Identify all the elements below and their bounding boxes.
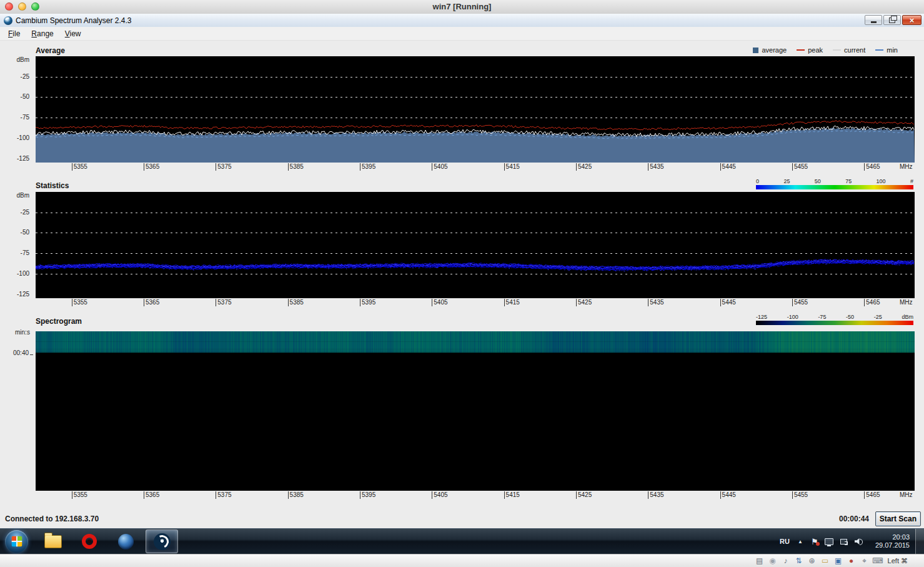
x-tick-label: 5405 [432, 491, 447, 499]
colorbar-label: 0 [756, 178, 759, 185]
spectrogram-x-axis: 5355536553755385539554055415542554355445… [36, 491, 915, 501]
vbox-folder-icon[interactable] [820, 556, 830, 566]
statistics-section-title: Statistics [36, 181, 69, 190]
colorbar-label: -100 [787, 314, 798, 321]
legend-min: min [875, 46, 898, 54]
elapsed-time: 00:00:44 [839, 514, 869, 523]
spectrogram-time-unit-label: min:s [15, 329, 30, 336]
x-tick-label: 5465 [864, 491, 880, 499]
cambium-app-icon [4, 16, 12, 25]
taskbar-blue-globe-button[interactable] [109, 529, 142, 553]
blue-globe-icon [118, 534, 134, 549]
vbox-kbd-icon[interactable] [873, 556, 883, 566]
clock-date: 29.07.2015 [870, 541, 910, 549]
vbox-mouse-icon[interactable] [860, 556, 870, 566]
x-tick-label: 5355 [72, 299, 87, 306]
vbox-display-icon[interactable] [833, 556, 843, 566]
minimize-button[interactable] [865, 15, 882, 25]
taskbar-explorer-button[interactable] [37, 529, 69, 553]
colorbar-label: dBm [902, 314, 913, 321]
menu-bar: FileRangeView [0, 27, 924, 41]
vbox-cd-icon[interactable] [768, 556, 778, 566]
close-button[interactable]: × [902, 15, 922, 25]
colorbar-label: 75 [845, 178, 852, 185]
tray-display-icon[interactable] [824, 536, 834, 546]
tray-volume-icon[interactable] [853, 536, 863, 546]
statistics-y-axis: dBm-25-50-75-100-125 [0, 192, 33, 298]
y-tick-label: -75 [2, 114, 29, 121]
tray-expand-icon[interactable] [795, 536, 805, 546]
vbox-hdd-icon[interactable] [755, 556, 765, 566]
menu-file[interactable]: File [2, 28, 26, 40]
explorer-icon [44, 535, 62, 548]
taskbar-buttons [0, 529, 182, 554]
x-tick-label: 5355 [72, 491, 87, 499]
taskbar-cambium-button[interactable] [146, 529, 178, 553]
x-tick-label: 5415 [504, 491, 520, 499]
tray-flag-icon[interactable] [810, 536, 820, 546]
spectrogram-colorbar-gradient [756, 321, 913, 325]
connection-status: Connected to 192.168.3.70 [5, 514, 99, 523]
y-axis-unit-label: dBm [2, 192, 29, 199]
x-tick-label: 5445 [720, 299, 736, 306]
x-tick-label: 5395 [360, 491, 375, 499]
average-section-title: Average [36, 46, 65, 55]
restore-icon [889, 18, 895, 23]
x-tick-label: 5365 [144, 491, 159, 499]
y-tick-label: -125 [2, 155, 29, 163]
restore-button[interactable] [883, 15, 901, 25]
spectrogram-section-title: Spectrogram [36, 317, 82, 326]
x-tick-label: 5425 [576, 163, 592, 171]
x-tick-label: 5455 [792, 163, 808, 171]
colorbar-label: 25 [783, 178, 790, 185]
spectrogram-colorbar: -125-100-75-50-25dBm [756, 314, 913, 325]
x-axis-unit-label: MHz [900, 163, 913, 171]
x-axis-unit-label: MHz [900, 491, 913, 499]
virtualbox-status-bar: Left ⌘ [0, 554, 924, 567]
y-tick-label: -50 [2, 229, 29, 236]
statistics-plot-canvas [36, 192, 915, 298]
vbox-status-icons [755, 556, 883, 566]
macos-titlebar[interactable]: win7 [Running] [0, 0, 924, 14]
y-tick-label: -125 [2, 291, 29, 298]
vbox-audio-icon[interactable] [781, 556, 791, 566]
x-tick-label: 5445 [720, 163, 736, 171]
x-axis-unit-label: MHz [900, 299, 913, 306]
menu-view[interactable]: View [59, 28, 87, 40]
x-tick-label: 5395 [360, 163, 375, 171]
x-tick-label: 5445 [720, 491, 736, 499]
x-tick-label: 5435 [648, 491, 663, 499]
x-tick-label: 5375 [216, 163, 231, 171]
vbox-usb-icon[interactable] [807, 556, 817, 566]
taskbar-clock[interactable]: 20:03 29.07.2015 [870, 533, 910, 549]
x-tick-label: 5435 [648, 299, 663, 306]
cambium-icon [154, 533, 171, 550]
y-axis-unit-label: dBm [2, 56, 29, 64]
colorbar-label: -25 [874, 314, 882, 321]
opera-icon [82, 534, 97, 549]
x-tick-label: 5385 [288, 299, 304, 306]
x-tick-label: 5395 [360, 299, 375, 306]
colorbar-label: -125 [756, 314, 767, 321]
start-button[interactable] [5, 530, 28, 553]
tray-plug-icon[interactable] [838, 536, 848, 546]
y-tick-label: -100 [2, 270, 29, 278]
menu-range[interactable]: Range [26, 28, 59, 40]
taskbar-opera-button[interactable] [73, 529, 106, 553]
y-tick-label: -25 [2, 73, 29, 81]
vbox-record-icon[interactable] [847, 556, 857, 566]
statistics-x-axis: 5355536553755385539554055415542554355445… [36, 298, 915, 308]
colorbar-label: -50 [846, 314, 854, 321]
vbox-net-icon[interactable] [794, 556, 804, 566]
y-tick-label: -25 [2, 209, 29, 216]
x-tick-label: 5375 [216, 299, 231, 306]
vm-window-title: win7 [Running] [0, 0, 924, 14]
start-scan-button[interactable]: Start Scan [875, 511, 921, 526]
app-titlebar[interactable]: Cambium Spectrum Analyser 2.4.3 × [0, 14, 924, 28]
y-tick-label: -50 [2, 93, 29, 101]
x-tick-label: 5405 [432, 299, 447, 306]
average-x-axis: 5355536553755385539554055415542554355445… [36, 163, 915, 173]
colorbar-label: -75 [818, 314, 826, 321]
show-desktop-button[interactable] [915, 529, 924, 554]
language-indicator[interactable]: RU [780, 538, 790, 545]
